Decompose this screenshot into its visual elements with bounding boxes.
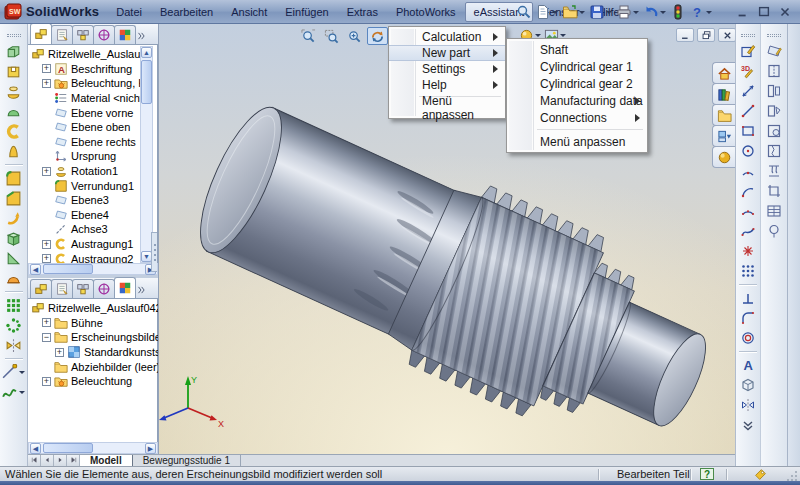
doc-tab-modell[interactable]: Modell: [80, 455, 133, 466]
revolved-boss-button[interactable]: [3, 81, 25, 101]
doc-tab-bewegungsstudie-1[interactable]: Bewegungsstudie 1: [133, 455, 241, 466]
tree-item-erscheinungsbilder-s[interactable]: −Erscheinungsbilder (S: [28, 330, 158, 345]
curves-button[interactable]: [3, 382, 25, 402]
tree-item-beleuchtung[interactable]: +Beleuchtung: [28, 374, 158, 389]
taskpane-tab-design-library[interactable]: [712, 83, 736, 105]
sketch-text-button[interactable]: A: [737, 355, 759, 375]
zoom-fit-button[interactable]: [298, 27, 319, 45]
tab-configurationmanager[interactable]: [72, 279, 94, 298]
section-view-button[interactable]: [763, 61, 785, 81]
tab-dimxpert[interactable]: [93, 25, 115, 44]
tab-propertymanager[interactable]: [51, 279, 73, 298]
rib-button[interactable]: [3, 248, 25, 268]
chamfer-button[interactable]: [3, 188, 25, 208]
feature-tree-vscrollbar[interactable]: ▲ ▼: [140, 46, 153, 263]
tabnav-next-button[interactable]: [54, 455, 67, 466]
tree-root-row[interactable]: Ritzelwelle_Auslauf04200: [28, 301, 158, 316]
extruded-cut-button[interactable]: [3, 61, 25, 81]
dropdown-arrow-icon[interactable]: [660, 11, 666, 14]
sketch-pattern-button[interactable]: [737, 261, 759, 281]
panel-resize-handle[interactable]: [151, 232, 157, 272]
toolbar-grip[interactable]: [741, 34, 755, 37]
sketch-fillet-button[interactable]: [737, 308, 759, 328]
point-button[interactable]: [737, 241, 759, 261]
scroll-up-button[interactable]: ▲: [141, 47, 152, 58]
close-button[interactable]: [778, 5, 792, 19]
shell-button[interactable]: [3, 228, 25, 248]
dropdown-arrow-icon[interactable]: [606, 11, 612, 14]
broken-view-button[interactable]: [763, 141, 785, 161]
tree-item-standardkunststo[interactable]: +Standardkunststo: [28, 345, 158, 360]
taskpane-tab-file-explorer[interactable]: [712, 104, 736, 126]
smart-dimension-button[interactable]: [737, 81, 759, 101]
reference-geometry-button[interactable]: [3, 362, 25, 382]
crop-view-button[interactable]: [763, 181, 785, 201]
tab-propertymanager[interactable]: [51, 25, 73, 44]
tree-item-ebene3[interactable]: Ebene3: [28, 193, 140, 208]
menu-item-cylindrical-gear-2[interactable]: Cylindrical gear 2: [507, 75, 647, 92]
model-view-button[interactable]: [763, 41, 785, 61]
scroll-left-button[interactable]: ◀: [30, 443, 41, 454]
scroll-left-button[interactable]: ◀: [30, 264, 41, 275]
dropdown-arrow-icon[interactable]: [552, 11, 558, 14]
print-button[interactable]: [616, 4, 640, 20]
taskpane-tab-home[interactable]: [712, 62, 736, 84]
search-button[interactable]: [516, 4, 532, 20]
sketch-3d-button[interactable]: 3D: [737, 61, 759, 81]
dropdown-arrow-icon[interactable]: [19, 371, 25, 374]
scroll-right-button[interactable]: ▶: [145, 443, 156, 454]
menu-item-shaft[interactable]: Shaft: [507, 41, 647, 58]
tree-item-abziehbilder-leer-[interactable]: Abziehbilder (leer): [28, 359, 158, 374]
menu-item-help[interactable]: Help: [389, 77, 505, 93]
tab-configurationmanager[interactable]: [72, 25, 94, 44]
circular-pattern-button[interactable]: [3, 315, 25, 335]
menu-extras[interactable]: Extras: [338, 2, 387, 22]
sketch-button[interactable]: [737, 41, 759, 61]
centerpoint-arc-button[interactable]: [737, 161, 759, 181]
tab-featuremanager[interactable]: [30, 279, 52, 298]
expander-expand-icon[interactable]: +: [42, 377, 51, 386]
fillet-button[interactable]: [3, 168, 25, 188]
open-button[interactable]: [562, 4, 586, 20]
tree-item-ebene-rechts[interactable]: Ebene rechts: [28, 135, 140, 150]
undo-button[interactable]: [643, 4, 667, 20]
menu-photoworks[interactable]: PhotoWorks: [387, 2, 465, 22]
annotation-table-button[interactable]: [763, 201, 785, 221]
projected-view-button[interactable]: [763, 81, 785, 101]
break-vertical-button[interactable]: [763, 161, 785, 181]
maximize-button[interactable]: [757, 5, 771, 19]
tangent-arc-button[interactable]: [737, 181, 759, 201]
close-button[interactable]: [718, 28, 736, 42]
scroll-thumb[interactable]: [141, 60, 152, 104]
menu-item-new-part[interactable]: New part: [389, 45, 505, 61]
tab-featuremanager[interactable]: [30, 23, 52, 44]
swept-boss-button[interactable]: [3, 121, 25, 141]
offset-entities-button[interactable]: [737, 328, 759, 348]
dropdown-arrow-icon[interactable]: [706, 11, 712, 14]
tabnav-prev-button[interactable]: [41, 455, 54, 466]
menu-datei[interactable]: Datei: [107, 2, 151, 22]
dropdown-arrow-icon[interactable]: [535, 34, 541, 37]
rotate-view-button[interactable]: [367, 27, 388, 45]
tree-item-material-nicht-fe[interactable]: Material <nicht fe: [28, 91, 140, 106]
expander-expand-icon[interactable]: +: [42, 64, 51, 73]
auxiliary-view-button[interactable]: [763, 101, 785, 121]
panel-tabs-overflow-button[interactable]: [135, 28, 147, 44]
tree-item-rotation1[interactable]: +Rotation1: [28, 164, 140, 179]
tree-item-ebene4[interactable]: Ebene4: [28, 208, 140, 223]
zoom-inout-button[interactable]: [344, 27, 365, 45]
toolbar-grip[interactable]: [767, 34, 781, 37]
dropdown-arrow-icon[interactable]: [560, 34, 566, 37]
detail-view-button[interactable]: [763, 121, 785, 141]
scroll-thumb[interactable]: [43, 443, 93, 453]
tree-item-ebene-oben[interactable]: Ebene oben: [28, 120, 140, 135]
tree-item-austragung1[interactable]: +Austragung1: [28, 237, 140, 252]
minimize-button[interactable]: [676, 28, 694, 42]
taskpane-tab-photoworks[interactable]: [712, 146, 736, 168]
expander-expand-icon[interactable]: +: [42, 254, 51, 263]
convert-entities-button[interactable]: [737, 375, 759, 395]
balloon-button[interactable]: [763, 221, 785, 241]
menu-item-calculation[interactable]: Calculation: [389, 29, 505, 45]
dome-button[interactable]: [3, 268, 25, 288]
tab-dimxpert[interactable]: [93, 279, 115, 298]
